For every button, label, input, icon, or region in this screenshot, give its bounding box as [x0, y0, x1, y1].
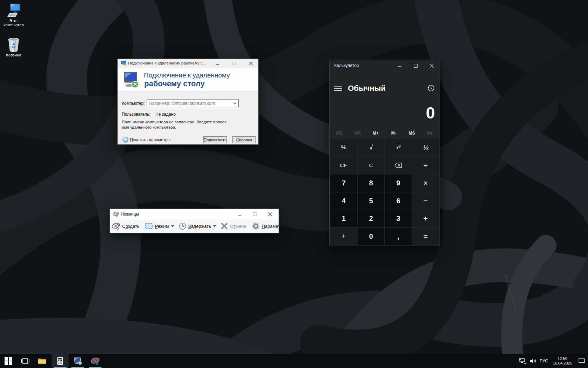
key-add[interactable]: +	[412, 210, 439, 227]
memory-recall-button: MR	[349, 129, 367, 138]
start-icon	[5, 357, 12, 365]
snipping-tool-window: Ножницы Создать	[110, 209, 279, 233]
key-3[interactable]: 3	[385, 210, 412, 227]
key-9[interactable]: 9	[385, 175, 412, 192]
rdp-connect-button[interactable]: Подключить	[203, 136, 227, 143]
calculator-mode-title: Обычный	[348, 84, 386, 93]
cancel-x-icon	[221, 223, 228, 230]
key-6[interactable]: 6	[385, 192, 412, 210]
rdp-help-button[interactable]: Справка	[232, 136, 256, 143]
calculator-taskbar-button[interactable]	[52, 354, 69, 368]
snipping-minimize-button[interactable]	[232, 209, 247, 219]
rdp-maximize-button	[228, 59, 240, 68]
volume-icon[interactable]	[530, 358, 536, 364]
snip-new-label: Создать	[122, 224, 139, 229]
memory-store-button[interactable]: MS	[403, 129, 421, 138]
new-snip-scissors-icon	[112, 222, 120, 230]
desktop-icon-this-pc[interactable]: Этот компьютер	[0, 3, 27, 27]
snip-options-label: Параметры	[262, 224, 286, 229]
taskbar-date: 16.04.2025	[552, 361, 573, 366]
snipping-taskbar-button[interactable]	[87, 354, 104, 368]
rdp-taskbar-button[interactable]	[69, 354, 86, 368]
rdp-minimize-button[interactable]	[211, 59, 223, 68]
key-5[interactable]: 5	[358, 192, 384, 210]
rdp-header-banner: Подключение к удаленному рабочему столу	[118, 68, 258, 91]
taskbar-clock[interactable]: 12:50 16.04.2025	[552, 356, 573, 366]
rdp-header-line1: Подключение к удаленному	[144, 71, 230, 79]
key-percent[interactable]: %	[330, 139, 357, 156]
key-1[interactable]: 1	[330, 210, 357, 227]
calculator-close-button[interactable]	[424, 60, 440, 71]
language-indicator[interactable]: РУС	[540, 359, 548, 363]
snipping-close-button[interactable]	[262, 209, 278, 219]
history-icon[interactable]	[427, 84, 435, 92]
calculator-titlebar[interactable]: Калькулятор	[330, 60, 440, 71]
snip-delay-button[interactable]: Задержать	[179, 223, 216, 230]
rdp-icon	[73, 357, 82, 365]
system-tray: РУС 12:50 16.04.2025	[519, 354, 585, 368]
task-view-button[interactable]	[17, 354, 34, 368]
rdp-show-options-link[interactable]: Показать параметры	[130, 137, 170, 142]
chevron-down-icon[interactable]	[231, 100, 238, 107]
key-multiply[interactable]: ×	[412, 175, 439, 192]
key-clear[interactable]: C	[358, 157, 384, 174]
menu-icon[interactable]	[334, 86, 342, 91]
key-backspace[interactable]	[385, 157, 412, 174]
rdp-titlebar[interactable]: Подключение к удаленному рабочему с...	[118, 59, 258, 68]
key-2[interactable]: 2	[358, 210, 384, 227]
key-7[interactable]: 7	[330, 175, 357, 192]
desktop-icon-label: Корзина	[0, 53, 27, 57]
calculator-nav-row: Обычный	[330, 82, 440, 96]
delay-dropdown-arrow-icon[interactable]	[213, 225, 216, 227]
snip-new-button[interactable]: Создать	[112, 222, 139, 230]
taskbar-time: 12:50	[552, 356, 573, 361]
mode-region-icon	[145, 223, 153, 229]
network-icon[interactable]	[519, 358, 526, 364]
action-center-icon[interactable]	[578, 358, 585, 364]
key-decimal[interactable]: ,	[385, 228, 412, 245]
key-negate[interactable]: ±	[330, 228, 357, 245]
rdp-show-options-chevron-icon[interactable]	[122, 137, 128, 143]
key-equals[interactable]: =	[412, 228, 439, 245]
start-button[interactable]	[0, 354, 17, 368]
snipping-maximize-button	[247, 209, 262, 219]
snipping-titlebar[interactable]: Ножницы	[110, 209, 279, 219]
snip-delay-label: Задержать	[188, 224, 211, 229]
task-view-icon	[21, 357, 29, 364]
calculator-display: 0	[330, 103, 435, 123]
rdp-logo-icon	[123, 71, 141, 88]
key-4[interactable]: 4	[330, 192, 357, 210]
snip-mode-button[interactable]: Режим	[145, 223, 174, 229]
rdp-computer-input[interactable]	[147, 101, 231, 106]
calculator-minimize-button[interactable]	[391, 60, 407, 71]
options-gear-icon	[252, 222, 260, 230]
memory-add-button[interactable]: M+	[366, 129, 385, 138]
rdp-info-line2: имя удаленного компьютера.	[122, 125, 176, 129]
snipping-window-title: Ножницы	[121, 212, 139, 217]
key-clear-entry[interactable]: CE	[330, 157, 357, 174]
calculator-icon	[57, 357, 63, 365]
snip-options-button[interactable]: Параметры	[252, 222, 286, 230]
backspace-icon	[394, 163, 402, 168]
snip-mode-label: Режим	[155, 224, 169, 229]
key-divide[interactable]: ÷	[412, 157, 439, 174]
memory-subtract-button[interactable]: M-	[385, 129, 403, 138]
calculator-keypad: % √ x² ⅟x CE C ÷ 7 8 9 × 4 5 6 − 1 2 3	[330, 139, 439, 245]
rdp-close-button[interactable]	[245, 59, 257, 68]
wallpaper	[0, 0, 588, 368]
key-0[interactable]: 0	[358, 228, 384, 245]
key-square[interactable]: x²	[385, 139, 412, 156]
key-reciprocal[interactable]: ⅟x	[412, 139, 439, 156]
rdp-window-icon	[120, 61, 126, 66]
calculator-maximize-button[interactable]	[407, 60, 424, 71]
file-explorer-button[interactable]	[34, 354, 50, 368]
calculator-window-title: Калькулятор	[334, 63, 359, 68]
key-subtract[interactable]: −	[412, 192, 439, 210]
mode-dropdown-arrow-icon[interactable]	[171, 225, 174, 227]
key-8[interactable]: 8	[358, 175, 384, 192]
desktop-icon-recycle-bin[interactable]: Корзина	[0, 37, 27, 57]
memory-flyout-button: M▾	[421, 129, 439, 138]
memory-clear-button: MC	[330, 129, 349, 138]
key-sqrt[interactable]: √	[358, 139, 384, 156]
rdp-computer-combobox[interactable]	[147, 99, 239, 107]
